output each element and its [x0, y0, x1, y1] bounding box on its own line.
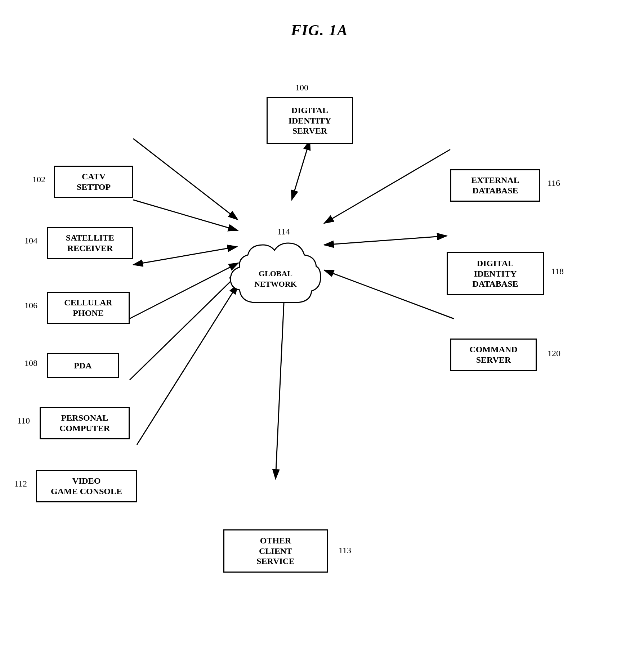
node-video-game-console: VIDEO GAME CONSOLE: [36, 470, 137, 502]
node-label-catv-settop: CATV SETTOP: [77, 171, 111, 192]
node-label-personal-computer: PERSONAL COMPUTER: [59, 413, 110, 434]
node-pda: PDA: [47, 353, 119, 378]
node-digital-identity-database: DIGITAL IDENTITY DATABASE: [447, 252, 544, 295]
node-id-108: 108: [24, 358, 37, 368]
node-label-satellite-receiver: SATELLITE RECEIVER: [66, 233, 114, 254]
node-cellular-phone: CELLULAR PHONE: [47, 292, 130, 324]
node-id-118: 118: [551, 266, 564, 276]
node-command-server: COMMAND SERVER: [450, 339, 537, 371]
node-label-command-server: COMMAND SERVER: [469, 344, 517, 365]
node-label-external-database: EXTERNAL DATABASE: [471, 175, 519, 196]
page-title: FIG. 1A: [0, 0, 639, 39]
node-personal-computer: PERSONAL COMPUTER: [40, 407, 130, 439]
node-other-client-service: OTHER CLIENT SERVICE: [223, 529, 328, 573]
node-catv-settop: CATV SETTOP: [54, 166, 133, 198]
node-label-pda: PDA: [74, 360, 91, 371]
node-id-100: 100: [295, 83, 308, 93]
node-id-104: 104: [24, 236, 37, 246]
node-label-digital-identity-database: DIGITAL IDENTITY DATABASE: [472, 258, 518, 289]
cloud-label: GLOBAL NETWORK: [254, 269, 296, 289]
node-label-other-client-service: OTHER CLIENT SERVICE: [256, 536, 295, 566]
node-id-116: 116: [548, 178, 560, 188]
node-id-102: 102: [32, 175, 45, 184]
node-id-113: 113: [339, 546, 351, 555]
node-digital-identity-server: DIGITAL IDENTITY SERVER: [267, 97, 353, 144]
node-id-106: 106: [24, 301, 37, 310]
node-external-database: EXTERNAL DATABASE: [450, 169, 540, 202]
node-label-digital-identity-server: DIGITAL IDENTITY SERVER: [289, 105, 331, 136]
node-satellite-receiver: SATELLITE RECEIVER: [47, 227, 133, 259]
node-id-114: 114: [277, 227, 290, 237]
node-id-120: 120: [548, 349, 560, 358]
diagram: DIGITAL IDENTITY SERVER 100 CATV SETTOP …: [0, 43, 639, 672]
node-id-110: 110: [17, 416, 30, 426]
node-id-112: 112: [14, 479, 27, 489]
node-label-cellular-phone: CELLULAR PHONE: [64, 297, 112, 318]
node-global-network: GLOBAL NETWORK: [227, 238, 324, 321]
node-label-video-game-console: VIDEO GAME CONSOLE: [51, 476, 122, 497]
